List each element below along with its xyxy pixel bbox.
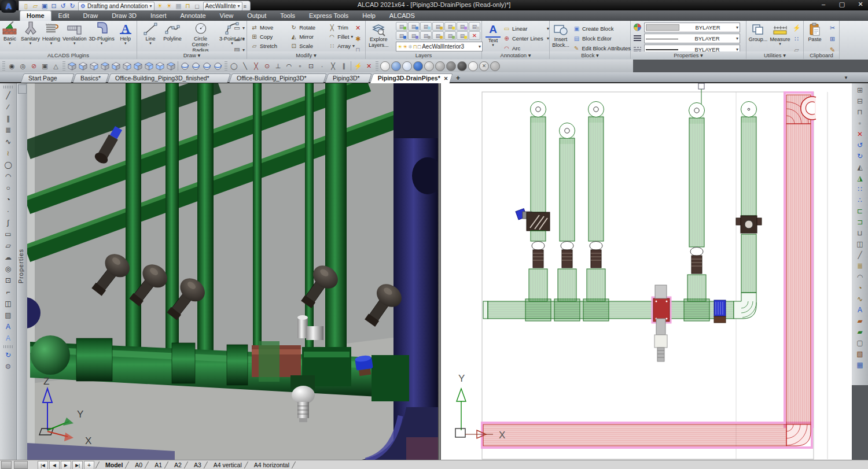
doc-tab-piping3d[interactable]: Piping3D* [325,73,372,83]
cut-icon[interactable]: ✂ [827,23,838,33]
open-file-icon[interactable]: ▱ [31,2,40,10]
view-back-cube-icon[interactable] [122,61,133,71]
doc-tab-piping3d-drainpipes[interactable]: Piping3D-DrainPipes*✕ [370,73,453,83]
vs-shaded-icon[interactable] [413,61,423,71]
draw-spline-icon[interactable]: ∫ [2,217,14,228]
draw-ellipse-icon[interactable]: ○ [2,182,14,194]
eraser-icon[interactable]: ▰ [854,315,866,326]
layer-unlock-icon[interactable]: ⊓ [413,44,417,50]
view-bottom-cube-icon[interactable] [78,61,89,71]
annotation-center-lines-button[interactable]: ⊕Center Lines▾ [503,34,549,43]
trim-icon[interactable]: ╱ [854,249,866,260]
mirror-3d-icon[interactable]: ◮ [854,172,866,183]
doc-tab-basics[interactable]: Basics* [72,73,109,83]
rotate-3d-icon[interactable]: ↻ [854,150,866,161]
ribbon-tab-annotate[interactable]: Annotate [174,10,213,21]
region-icon[interactable]: ▢ [854,337,866,348]
modify-mirror-button[interactable]: ◭Mirror [290,32,325,41]
draw-line-icon[interactable]: ╱ [2,90,14,101]
properties-palette-tab[interactable]: Properties [16,83,28,460]
osnap-line-icon[interactable]: ╲ [240,61,251,71]
erase-icon[interactable]: ✕ [854,128,866,139]
layer-state-icon[interactable]: ▤ [408,22,420,31]
layer-freeze-icon[interactable]: ▤ [420,22,432,31]
draw-polyline-button[interactable]: Polyline [161,21,183,42]
layout-tab-model[interactable]: Model [101,461,127,468]
orbit-constrained-icon[interactable] [190,61,201,71]
cancel-all-icon[interactable]: ✕ [363,61,374,71]
draw-construction-line-icon[interactable]: ∥ [2,113,14,124]
view-top-cube-icon[interactable] [67,61,78,71]
view-front-cube-icon[interactable] [111,61,122,71]
draw-text-icon[interactable]: A [2,333,14,344]
object-color-icon[interactable] [633,23,642,32]
layout-tab-a4-horizontal[interactable]: A4 horizontal [250,461,293,468]
app-logo[interactable]: A [1,0,16,13]
quick-calc-icon[interactable]: ∷ [791,34,802,44]
draw-polyline-icon[interactable]: ∿ [2,136,14,147]
vs-flat-icon[interactable] [468,61,478,71]
offset-icon[interactable]: ⊓ [854,106,866,117]
view-sw-iso-cube-icon[interactable] [133,61,144,71]
scroll-thumb-block[interactable] [14,461,28,469]
fillet-icon[interactable]: ◠ [854,271,866,282]
copy-clip-icon[interactable]: ⊞ [827,34,838,44]
draw-point-icon[interactable]: ∙ [2,205,14,217]
rectangle-icon[interactable]: ▭ [231,23,242,33]
layer-prev-icon[interactable]: ▤ [420,31,432,40]
new-tab-button[interactable]: + [456,74,460,82]
modify-scale-button[interactable]: ⊡Scale [290,42,325,50]
block-create-block-button[interactable]: ▣Create Block [573,24,631,34]
swatch-icon[interactable]: □ [193,2,202,10]
ribbon-tab-draw-3d[interactable]: Draw 3D [105,10,144,21]
layout-tab-a3[interactable]: A3 [190,461,205,468]
modify-move-button[interactable]: ⇄Move [251,23,286,32]
minimize-button[interactable]: – [818,1,829,8]
orbit-free-icon[interactable] [179,61,190,71]
modify-copy-button[interactable]: ⊞Copy [251,32,286,41]
ribbon-tab-output[interactable]: Output [240,10,273,21]
layout-nav-4[interactable]: + [84,461,94,469]
qat-overflow-icon[interactable]: ≡ [244,3,247,9]
layout-tab-a0[interactable]: A0 [131,461,146,468]
viewport-3d-shaded[interactable]: Z Y X [27,83,438,460]
mirror-icon[interactable]: ◭ [854,161,866,172]
layout-tab-a2[interactable]: A2 [170,461,186,468]
draw-ellipse-arc-icon[interactable]: ◔ [2,194,14,205]
plugin-heating-button[interactable]: Heating▾ [41,21,61,46]
vs-gray-icon[interactable] [435,61,445,71]
layer-walk-icon[interactable]: ▤ [444,31,456,40]
unlock-icon[interactable]: ⊓ [183,2,193,10]
draw-region-icon[interactable]: ▱ [2,240,14,252]
image-icon[interactable]: ▧ [854,348,866,359]
ribbon-tab-express-tools[interactable]: Express Tools [302,10,355,21]
draw-rectangle-icon[interactable]: ▭ [2,228,14,240]
layer-copy-icon[interactable]: ▤ [408,31,420,40]
osnap-none-icon[interactable]: ╳ [328,61,339,71]
quick-run-icon[interactable]: ⚡ [352,61,363,71]
wall-style-combo[interactable]: AecWallInte ▾ [203,2,242,11]
scroll-corner-block[interactable] [1,461,12,469]
draw-ray-icon[interactable]: ∕ [2,101,14,113]
save-as-icon[interactable]: ⊡ [49,2,58,10]
view-nw-iso-cube-icon[interactable] [165,61,176,71]
revision-cloud-icon[interactable]: ☁ [231,34,242,44]
layer-match-icon[interactable]: ▤ [457,31,468,40]
ribbon-tab-view[interactable]: View [213,10,241,21]
undo-icon[interactable]: ↺ [58,2,68,10]
plugin-3d-plugins-button[interactable]: 3D-Plugins▾ [88,21,116,46]
object-color-combo[interactable]: BYLAYER▾ [644,23,740,32]
text-button[interactable]: A Text ▾ [483,21,503,47]
array-rect-icon[interactable]: ∷ [854,183,866,194]
layer-freeze-icon[interactable]: ❄ [408,44,413,50]
array-polar-icon[interactable]: ∴ [854,194,866,205]
layout-nav-1[interactable]: ◀ [49,461,60,469]
ribbon-tab-home[interactable]: Home [20,10,52,21]
ribbon-tab-edit[interactable]: Edit [52,10,76,21]
stretch-icon[interactable]: ⊔ [854,227,866,238]
measure-button[interactable]: Measure ▾ [768,21,792,46]
block-block-editor-button[interactable]: ▤Block Editor [573,34,631,43]
extend-icon[interactable]: ≣ [854,260,866,271]
save-icon[interactable]: ▣ [40,2,49,10]
viewport-2d-plan[interactable]: Y X [441,83,852,460]
